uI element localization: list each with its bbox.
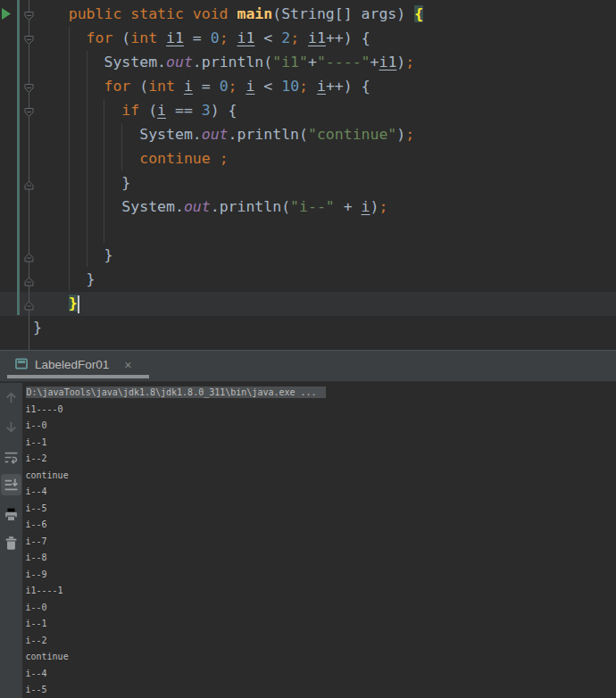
run-panel-header: LabeledFor01 × (0, 351, 616, 382)
code-token: ) (396, 54, 405, 71)
run-icon[interactable] (1, 7, 12, 24)
text-caret (78, 295, 79, 313)
console-line: i--5 (26, 682, 616, 698)
code-line[interactable]: System.out.println("continue"); (33, 122, 423, 146)
code-token: 10 (281, 78, 299, 95)
code-line[interactable]: } (33, 267, 423, 291)
console-line: i--4 (26, 484, 616, 501)
code-line[interactable]: } (33, 243, 423, 267)
console-line: i1----1 (26, 583, 616, 600)
code-token: = (193, 78, 220, 95)
code-line[interactable]: for (int i1 = 0; i1 < 2; i1++) { (33, 26, 423, 50)
code-token: ; (220, 29, 237, 46)
code-token: for (33, 29, 121, 46)
code-token: ) { (211, 102, 237, 119)
code-token: ++) { (326, 29, 370, 46)
code-line[interactable]: if (i == 3) { (33, 98, 423, 122)
code-token: int (130, 29, 166, 46)
code-token: 0 (211, 29, 220, 46)
code-token: ; (379, 198, 387, 215)
console-line: i--9 (26, 567, 616, 584)
code-token: for (33, 78, 139, 95)
code-token: } (33, 319, 42, 336)
code-token: ; (405, 54, 414, 71)
code-token: if (33, 102, 148, 119)
down-arrow-icon[interactable] (4, 420, 19, 435)
code-line[interactable]: System.out.println("i1"+"----"+i1); (33, 50, 423, 74)
code-token: ( (148, 102, 157, 119)
code-token: i (184, 78, 193, 95)
code-token: (String[] args) (272, 5, 414, 22)
code-token: ; (229, 78, 246, 95)
soft-wrap-icon[interactable] (4, 450, 19, 465)
code-line[interactable]: } (33, 170, 423, 195)
code-token: i (246, 78, 254, 95)
console-command-text: D:\javaTools\java\jdk1.8\jdk1.8.0_311\bi… (26, 386, 326, 398)
code-token: System. (33, 198, 184, 215)
code-token: + (335, 198, 362, 215)
matched-brace: } (69, 295, 78, 312)
scroll-to-end-icon[interactable] (4, 478, 19, 493)
console-toolbar (0, 383, 22, 698)
console-line: i--2 (26, 633, 616, 650)
code-line[interactable]: for (int i = 0; i < 10; i++) { (33, 74, 423, 98)
console-line: i1----0 (26, 402, 616, 419)
code-text: public static void main(String[] args) {… (33, 2, 423, 339)
code-line[interactable]: } (33, 291, 423, 315)
console-line: i--2 (26, 451, 616, 468)
code-token: 3 (202, 102, 211, 119)
code-token: continue (33, 150, 211, 167)
console-line: continue (26, 468, 616, 485)
code-line[interactable]: public static void main(String[] args) { (33, 2, 423, 26)
code-token: + (308, 54, 317, 71)
code-token: out (202, 126, 229, 143)
code-token: .println( (193, 54, 272, 71)
matched-brace: { (414, 5, 423, 22)
code-token: public static void (33, 5, 237, 22)
ide-window: public static void main(String[] args) {… (0, 0, 616, 698)
code-token: i1 (166, 29, 184, 46)
code-line[interactable]: } (33, 315, 423, 339)
code-token: i1 (308, 29, 326, 46)
console-line: i--4 (26, 666, 616, 683)
tab-title: LabeledFor01 (35, 358, 109, 371)
code-token: ) (370, 198, 379, 215)
active-tab-underline (7, 375, 149, 378)
console-output[interactable]: D:\javaTools\java\jdk1.8\jdk1.8.0_311\bi… (22, 383, 616, 698)
code-token: main (237, 5, 272, 22)
code-token: out (184, 198, 211, 215)
code-token: ; (220, 150, 229, 167)
console-command-line: D:\javaTools\java\jdk1.8\jdk1.8.0_311\bi… (26, 385, 616, 402)
code-token: ; (299, 78, 317, 95)
code-token: ++) { (326, 78, 370, 95)
code-token: System. (33, 54, 166, 71)
code-token (211, 150, 220, 167)
code-token: } (33, 270, 96, 287)
code-token: System. (33, 126, 202, 143)
code-line[interactable]: continue ; (33, 146, 423, 170)
close-icon[interactable]: × (124, 358, 131, 372)
code-editor[interactable]: public static void main(String[] args) {… (0, 0, 616, 351)
code-token: "continue" (308, 126, 396, 143)
code-token: 0 (220, 78, 229, 95)
code-token: i (157, 102, 166, 119)
code-token: ; (405, 126, 414, 143)
console-line: i--0 (26, 418, 616, 435)
code-token: } (33, 174, 130, 191)
code-line[interactable] (33, 219, 423, 243)
code-line[interactable]: System.out.println("i--" + i); (33, 195, 423, 219)
up-arrow-icon[interactable] (4, 390, 19, 405)
console-line: i--5 (26, 501, 616, 518)
code-token: < (254, 78, 281, 95)
code-token: = (184, 29, 211, 46)
console-panel: D:\javaTools\java\jdk1.8\jdk1.8.0_311\bi… (0, 383, 616, 698)
code-token: .println( (211, 198, 290, 215)
print-icon[interactable] (4, 507, 19, 522)
code-token: i1 (237, 29, 255, 46)
code-token (33, 295, 69, 312)
code-token: 2 (281, 29, 290, 46)
clear-trash-icon[interactable] (4, 536, 19, 551)
code-token: i (362, 198, 370, 215)
code-token: ) (396, 126, 405, 143)
console-line: i--8 (26, 550, 616, 567)
